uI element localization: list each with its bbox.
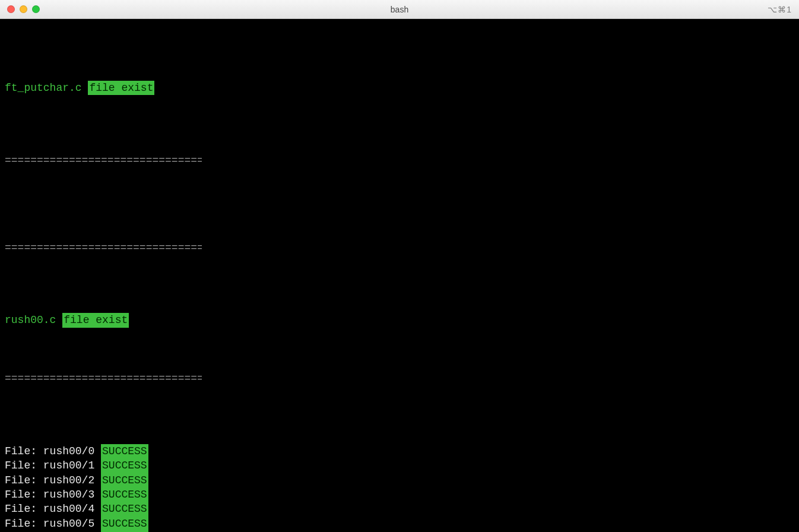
window-title: bash [0,5,799,14]
check-line-2: rush00.c file exist [5,313,794,327]
check-line-1: ft_putchar.c file exist [5,81,794,95]
filename-1: ft_putchar.c [5,81,82,95]
zoom-icon[interactable] [32,5,40,13]
traffic-lights [7,5,40,13]
separator-row: ================================= [5,153,202,167]
test-label: File: rush00/4 [5,502,94,516]
status-badge-1: file exist [88,81,154,95]
separator-row: ================================= [5,371,202,385]
test-result-row: File: rush00/5SUCCESS [5,517,794,531]
test-result-row: File: rush00/3SUCCESS [5,487,794,502]
test-status-badge: SUCCESS [101,487,148,502]
filename-2: rush00.c [5,313,56,327]
window-titlebar[interactable]: bash ⌥⌘1 [0,0,799,19]
test-label: File: rush00/2 [5,473,94,487]
test-label: File: rush00/0 [5,444,94,458]
minimize-icon[interactable] [20,5,27,13]
test-status-badge: SUCCESS [101,502,148,516]
window-shortcut-label: ⌥⌘1 [768,5,792,14]
test-label: File: rush00/1 [5,458,94,473]
test-result-row: File: rush00/2SUCCESS [5,473,794,487]
test-result-row: File: rush00/0SUCCESS [5,444,794,458]
separator-row: ================================= [5,240,202,255]
status-badge-2: file exist [62,313,129,327]
close-icon[interactable] [7,5,15,13]
test-result-row: File: rush00/1SUCCESS [5,458,794,473]
test-results-list: File: rush00/0SUCCESSFile: rush00/1SUCCE… [5,444,794,532]
test-label: File: rush00/5 [5,517,94,531]
test-status-badge: SUCCESS [101,517,148,531]
test-label: File: rush00/3 [5,487,94,502]
terminal-viewport[interactable]: ft_putchar.c file exist ================… [0,19,799,532]
test-status-badge: SUCCESS [101,458,148,473]
test-status-badge: SUCCESS [101,473,148,487]
test-status-badge: SUCCESS [101,444,148,458]
blank-row [5,197,794,211]
test-result-row: File: rush00/4SUCCESS [5,502,794,516]
